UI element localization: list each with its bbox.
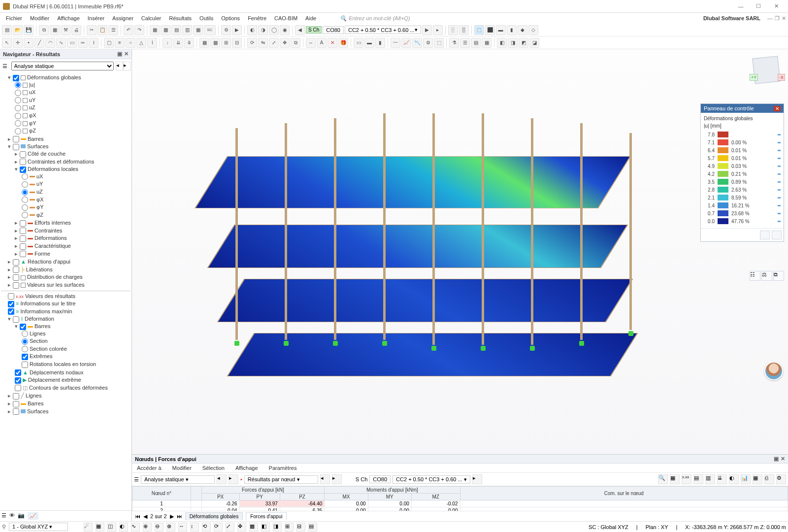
cut-icon[interactable]: ✂	[87, 25, 97, 35]
maximize-button[interactable]: ☐	[750, 3, 767, 9]
tree-caracteristique[interactable]: Caractéristique	[34, 243, 71, 249]
side-btn-3[interactable]: ⧉	[773, 271, 784, 281]
layer3-icon[interactable]: ◩	[519, 38, 528, 48]
mesh3-icon[interactable]: ⊞	[221, 38, 231, 48]
sc-icon[interactable]: SC	[204, 25, 216, 35]
grid1-icon[interactable]: ▦	[150, 25, 160, 35]
combo-desc[interactable]: CC2 + 0.50 * CC3 + 0.60 ... ▾	[345, 26, 421, 34]
spline-icon[interactable]: ∿	[56, 38, 66, 48]
tree-l-phix[interactable]: φX	[36, 197, 43, 202]
tree-l-uz[interactable]: uZ	[36, 189, 43, 195]
analysis-combo[interactable]: Analyse statique	[11, 62, 114, 70]
viewpersp-icon[interactable]: ◇	[528, 25, 538, 35]
tree-distribution[interactable]: Distribution de charges	[27, 274, 83, 280]
f-2[interactable]: ▦	[96, 523, 104, 532]
tree2-infotitre[interactable]: Informations sur le titre	[20, 300, 75, 306]
f-7[interactable]: ⊖	[155, 523, 164, 532]
tree-phiz[interactable]: φZ	[29, 128, 36, 133]
3d-viewport[interactable]: +Y -X Panneau de contrôle✕ Déformations …	[132, 49, 788, 454]
filter4-icon[interactable]: ▦	[482, 38, 492, 48]
mesh2-icon[interactable]: ▩	[210, 38, 220, 48]
pg-next-icon[interactable]: ▶	[170, 513, 174, 520]
tree-l-phiy[interactable]: φY	[36, 204, 43, 210]
control-panel-close-icon[interactable]: ✕	[774, 106, 781, 111]
tree2-infomax[interactable]: Informations max/min	[20, 308, 72, 314]
bt-5-icon[interactable]: 📊	[741, 474, 751, 484]
tree2-depnod[interactable]: Déplacements nodaux	[30, 369, 83, 375]
tree-surfaces[interactable]: Surfaces	[27, 143, 48, 149]
rot-icon[interactable]: ⟳	[247, 38, 257, 48]
view-sel2-icon[interactable]: ▬	[364, 38, 374, 48]
tree-phix[interactable]: φX	[29, 112, 36, 118]
copy-icon[interactable]: ⧉	[39, 25, 49, 35]
colors2-icon[interactable]: ▒	[459, 25, 469, 35]
chart2-icon[interactable]: 📈	[401, 38, 411, 48]
f-14[interactable]: ✥	[237, 523, 246, 532]
results-tree[interactable]: ▾Déformations globales |u| uX uY uZ φX φ…	[0, 73, 131, 510]
results2-icon[interactable]: ◑	[258, 25, 268, 35]
layer2-icon[interactable]: ◨	[508, 38, 518, 48]
cross-sel-icon[interactable]: ✛	[13, 38, 23, 48]
combo-list-icon[interactable]: ▸	[433, 25, 443, 35]
tree-phiy[interactable]: φY	[29, 120, 36, 126]
view-sel3-icon[interactable]: ▮	[375, 38, 385, 48]
scale-icon[interactable]: ⤢	[269, 38, 279, 48]
view-cube[interactable]: +Y -X	[750, 53, 784, 88]
mesh1-icon[interactable]: ▦	[199, 38, 209, 48]
f-17[interactable]: ◨	[273, 523, 282, 532]
view-sel1-icon[interactable]: ▭	[354, 38, 363, 48]
bc-next-icon[interactable]: ▸	[229, 474, 238, 484]
undo-icon[interactable]: ↶	[124, 25, 133, 35]
f-11[interactable]: ⟲	[202, 523, 211, 532]
close-button[interactable]: ✕	[767, 3, 785, 9]
pg-last-icon[interactable]: ⏭	[177, 513, 182, 519]
gift-icon[interactable]: 🎁	[338, 38, 348, 48]
bottom-combo-analysis[interactable]: Analyse statique ▾	[141, 475, 215, 484]
side-btn-1[interactable]: ☷	[750, 271, 760, 281]
sect-icon[interactable]: Ⅰ	[89, 38, 98, 48]
doc-close-icon[interactable]: ✕	[782, 15, 786, 22]
tree2-rot[interactable]: Rotations locales en torsion	[30, 361, 96, 367]
view-combo[interactable]: 1 - Global XYZ ▾	[9, 523, 68, 531]
chart1-icon[interactable]: 〰	[391, 38, 400, 48]
bt-6-icon[interactable]: ▦	[753, 474, 762, 484]
table-icon[interactable]: ▦	[193, 25, 203, 35]
menu-outils[interactable]: Outils	[196, 14, 217, 22]
menu-resultats[interactable]: Résultats	[165, 14, 196, 22]
tree2-barres2[interactable]: Barres	[28, 400, 43, 406]
menu-aide[interactable]: Aide	[301, 14, 320, 22]
grid4-icon[interactable]: ▥	[182, 25, 192, 35]
bt-4-icon[interactable]: ◐	[729, 474, 739, 484]
load3-icon[interactable]: ⤋	[184, 38, 194, 48]
tree-reactions[interactable]: Réactions d'appui	[28, 259, 70, 265]
menu-inserer[interactable]: Insérer	[84, 14, 108, 22]
tree-barres[interactable]: Barres	[28, 136, 43, 142]
navigator-close-icon[interactable]: ✕	[124, 51, 129, 57]
side-btn-2[interactable]: ⚖	[761, 271, 772, 281]
tree2-depext[interactable]: Déplacement extrême	[28, 377, 81, 383]
ctrl-btn-2[interactable]	[772, 231, 782, 239]
menu-options[interactable]: Options	[217, 14, 244, 22]
bm-selection[interactable]: Sélection	[200, 465, 227, 471]
tree2-surfaces2[interactable]: Surfaces	[27, 408, 48, 414]
bp-pin-icon[interactable]: ▣	[774, 456, 779, 462]
chart3-icon[interactable]: 📉	[412, 38, 422, 48]
colors1-icon[interactable]: ░	[448, 25, 458, 35]
prev-combo-icon[interactable]: ◀	[295, 25, 305, 35]
bm-modifier[interactable]: Modifier	[170, 465, 194, 471]
tree-forme[interactable]: Forme	[34, 251, 50, 257]
combo-code[interactable]: CO80	[323, 26, 344, 34]
combo-next-icon[interactable]: ▸	[123, 62, 131, 70]
bt-7-icon[interactable]: ⎙	[764, 474, 774, 484]
grid2-icon[interactable]: ▩	[161, 25, 170, 35]
f-15[interactable]: ▩	[249, 523, 258, 532]
tree-uy[interactable]: uY	[29, 97, 35, 103]
calc-icon[interactable]: ⚙	[221, 25, 231, 35]
line-icon[interactable]: ╱	[34, 38, 44, 48]
tree-l-uy[interactable]: uY	[36, 181, 43, 187]
tree-liberations[interactable]: Libérations	[26, 266, 53, 272]
view3d-icon[interactable]: ⬚	[474, 25, 484, 35]
mat-icon[interactable]: ▢	[104, 38, 114, 48]
tree-l-phiz[interactable]: φZ	[36, 212, 43, 218]
f-18[interactable]: ⊞	[285, 523, 294, 532]
